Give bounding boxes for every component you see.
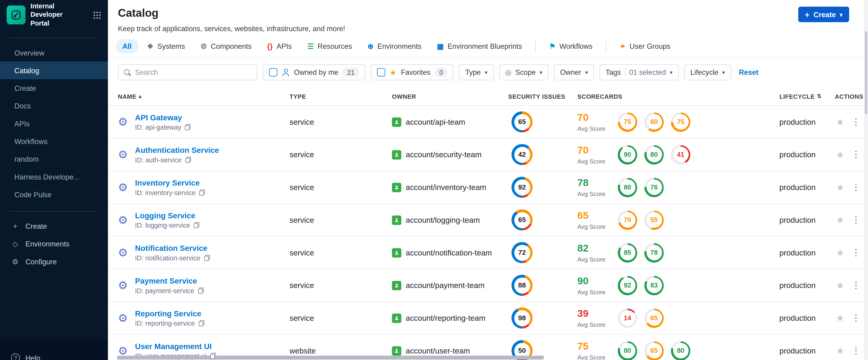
sidebar-item-catalog[interactable]: Catalog bbox=[0, 62, 108, 79]
tab-workflows[interactable]: ⚑Workflows bbox=[542, 39, 599, 53]
table-row[interactable]: ⚙Notification ServiceID: notification-se… bbox=[108, 236, 868, 269]
column-header-lifecycle[interactable]: LIFECYCLE⇅ bbox=[779, 93, 835, 100]
favorite-star-icon[interactable]: ★ bbox=[836, 313, 844, 323]
component-type: service bbox=[289, 281, 392, 290]
column-header-name[interactable]: NAME▴ bbox=[118, 93, 289, 100]
create-button[interactable]: + Create ▾ bbox=[798, 7, 849, 22]
table-row[interactable]: ⚙Logging ServiceID: logging-serviceservi… bbox=[108, 204, 868, 237]
more-actions-icon[interactable]: ⋮ bbox=[851, 281, 860, 290]
sidebar-item-docs[interactable]: Docs bbox=[0, 97, 108, 115]
filter-dropdown-tags[interactable]: Tags01 selected▾ bbox=[599, 64, 679, 80]
favorite-star-icon[interactable]: ★ bbox=[836, 150, 844, 159]
column-header-type[interactable]: TYPE bbox=[289, 93, 392, 100]
component-name-link[interactable]: User Management UI bbox=[135, 341, 212, 350]
component-type: service bbox=[289, 313, 392, 322]
checkbox[interactable] bbox=[377, 68, 385, 77]
sort-icon: ⇅ bbox=[817, 93, 822, 99]
filter-dropdown-type[interactable]: Type▾ bbox=[459, 64, 493, 80]
tab-environments[interactable]: ⊕Environments bbox=[361, 39, 428, 53]
sidebar-action-create[interactable]: +Create bbox=[0, 217, 108, 235]
column-header-scorecards[interactable]: SCORECARDS bbox=[578, 93, 780, 100]
sidebar-item-workflows[interactable]: Workflows bbox=[0, 132, 108, 150]
component-name-link[interactable]: API Gateway bbox=[135, 113, 182, 121]
more-actions-icon[interactable]: ⋮ bbox=[851, 215, 860, 224]
environment-blueprints-icon: ▦ bbox=[437, 43, 444, 50]
reset-filters-button[interactable]: Reset bbox=[739, 68, 758, 77]
table-row[interactable]: ⚙Inventory ServiceID: inventory-services… bbox=[108, 171, 868, 204]
more-actions-icon[interactable]: ⋮ bbox=[851, 346, 860, 355]
component-name-link[interactable]: Payment Service bbox=[135, 276, 197, 285]
favorite-star-icon[interactable]: ★ bbox=[836, 248, 844, 257]
search-input[interactable] bbox=[135, 68, 252, 77]
sidebar-action-configure[interactable]: ⚙Configure bbox=[0, 253, 108, 270]
sidebar-action-environments[interactable]: ◇Environments bbox=[0, 235, 108, 252]
filter-chip-favorites[interactable]: ★Favorites0 bbox=[371, 64, 454, 80]
tab-resources[interactable]: ☰Resources bbox=[301, 39, 359, 53]
copy-icon[interactable] bbox=[198, 288, 204, 294]
component-gear-icon: ⚙ bbox=[118, 214, 128, 226]
copy-icon[interactable] bbox=[199, 189, 205, 196]
tab-components[interactable]: ⚙Components bbox=[194, 39, 258, 53]
column-header-actions[interactable]: ACTIONS bbox=[835, 93, 868, 100]
copy-icon[interactable] bbox=[185, 157, 191, 163]
copy-icon[interactable] bbox=[199, 320, 204, 326]
sidebar-item-overview[interactable]: Overview bbox=[0, 44, 108, 61]
sidebar-item-help[interactable]: ? Help bbox=[11, 354, 40, 360]
table-row[interactable]: ⚙API GatewayID: api-gatewayserviceaccoun… bbox=[108, 106, 868, 139]
vertical-scrollbar-thumb[interactable] bbox=[865, 31, 868, 114]
avg-score-label: Avg Score bbox=[578, 256, 611, 263]
filter-dropdown-lifecycle[interactable]: Lifecycle▾ bbox=[684, 64, 731, 80]
sidebar-item-create[interactable]: Create bbox=[0, 79, 108, 97]
sidebar-item-random[interactable]: random bbox=[0, 150, 108, 168]
filter-dropdown-owner[interactable]: Owner▾ bbox=[554, 64, 594, 80]
tab-all[interactable]: All bbox=[116, 39, 138, 53]
sidebar-item-harness-develope[interactable]: Harness Develope... bbox=[0, 168, 108, 186]
more-actions-icon[interactable]: ⋮ bbox=[851, 118, 860, 126]
security-issues-donut: 72 bbox=[512, 242, 533, 263]
tab-label: Workflows bbox=[560, 42, 592, 51]
favorite-star-icon[interactable]: ★ bbox=[836, 183, 844, 192]
table-row[interactable]: ⚙Reporting ServiceID: reporting-services… bbox=[108, 302, 868, 335]
tab-apis[interactable]: {}APIs bbox=[260, 39, 299, 53]
more-actions-icon[interactable]: ⋮ bbox=[851, 313, 860, 322]
avg-score-value: 65 bbox=[578, 210, 611, 221]
apps-grid-icon[interactable] bbox=[93, 11, 101, 19]
component-name-link[interactable]: Authentication Service bbox=[135, 145, 219, 154]
chevron-down-icon: ▾ bbox=[539, 69, 542, 75]
sidebar-item-apis[interactable]: APIs bbox=[0, 115, 108, 132]
copy-icon[interactable] bbox=[194, 222, 199, 228]
dropdown-label: Type bbox=[465, 68, 480, 77]
component-name-link[interactable]: Reporting Service bbox=[135, 309, 202, 318]
more-actions-icon[interactable]: ⋮ bbox=[851, 248, 860, 257]
sort-asc-icon: ▴ bbox=[139, 93, 142, 99]
checkbox[interactable] bbox=[269, 68, 277, 77]
favorite-star-icon[interactable]: ★ bbox=[836, 117, 844, 127]
horizontal-scrollbar[interactable] bbox=[117, 356, 544, 360]
favorite-star-icon[interactable]: ★ bbox=[836, 280, 844, 290]
component-name-link[interactable]: Notification Service bbox=[135, 243, 208, 252]
vertical-scrollbar[interactable] bbox=[864, 0, 868, 360]
component-name-link[interactable]: Logging Service bbox=[135, 211, 195, 220]
tab-systems[interactable]: ❖Systems bbox=[141, 39, 192, 53]
tab-user-groups[interactable]: ⚭User Groups bbox=[613, 39, 677, 53]
favorite-star-icon[interactable]: ★ bbox=[836, 215, 844, 225]
owner-group-icon bbox=[392, 313, 402, 323]
owner-name: account/inventory-team bbox=[406, 183, 486, 191]
component-name-link[interactable]: Inventory Service bbox=[135, 178, 199, 187]
favorite-star-icon[interactable]: ★ bbox=[836, 346, 844, 356]
column-label: OWNER bbox=[392, 93, 416, 100]
table-row[interactable]: ⚙Authentication ServiceID: auth-services… bbox=[108, 139, 868, 171]
tab-label: APIs bbox=[277, 42, 292, 51]
filter-dropdown-scope[interactable]: ◎Scope▾ bbox=[499, 64, 549, 80]
more-actions-icon[interactable]: ⋮ bbox=[851, 150, 860, 159]
filter-chip-owned-by-me[interactable]: Owned by me21 bbox=[263, 64, 365, 80]
table-row[interactable]: ⚙Payment ServiceID: payment-serviceservi… bbox=[108, 269, 868, 302]
apis-icon: {} bbox=[267, 43, 273, 50]
more-actions-icon[interactable]: ⋮ bbox=[851, 183, 860, 191]
column-header-security-issues[interactable]: SECURITY ISSUES bbox=[508, 93, 578, 100]
copy-icon[interactable] bbox=[185, 124, 190, 130]
tab-environment-blueprints[interactable]: ▦Environment Blueprints bbox=[430, 39, 529, 53]
sidebar-item-code-pulse[interactable]: Code Pulse bbox=[0, 186, 108, 203]
column-header-owner[interactable]: OWNER bbox=[392, 93, 508, 100]
copy-icon[interactable] bbox=[204, 255, 210, 261]
